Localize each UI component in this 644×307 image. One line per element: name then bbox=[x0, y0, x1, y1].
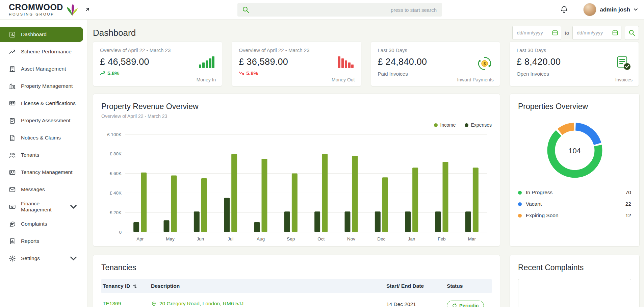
sidebar-item-tenants[interactable]: Tenants bbox=[0, 148, 83, 162]
stat-label: Inward Payments bbox=[457, 77, 494, 82]
svg-text:Jul: Jul bbox=[228, 236, 233, 241]
properties-legend: In Progress 70 Vacant 22 Expiring Soon 1… bbox=[518, 187, 631, 221]
svg-text:Aug: Aug bbox=[257, 236, 265, 241]
legend-item-income: Income bbox=[434, 122, 456, 128]
main-content: Dashboard to Overview of April 22 - bbox=[87, 20, 644, 307]
sidebar-item-complaints[interactable]: Complaints bbox=[0, 216, 83, 231]
chevron-down-icon bbox=[70, 255, 77, 262]
sidebar-item-property-management[interactable]: Property Management bbox=[0, 79, 83, 94]
stat-label: Money In bbox=[197, 77, 216, 82]
range-search-button[interactable] bbox=[625, 26, 639, 40]
svg-text:Apr: Apr bbox=[136, 236, 144, 241]
notifications-bell-icon[interactable] bbox=[560, 5, 568, 14]
calendar-icon[interactable] bbox=[612, 29, 618, 37]
status-badge: Periodic bbox=[447, 301, 484, 307]
stat-value: £ 24,840.00 bbox=[378, 57, 493, 67]
stat-change-value: 5.8% bbox=[107, 70, 119, 76]
column-header-description: Description bbox=[151, 283, 386, 289]
search-input[interactable] bbox=[237, 3, 442, 17]
global-search bbox=[237, 3, 442, 17]
trend-down-icon bbox=[239, 71, 244, 75]
sidebar-item-notices-claims[interactable]: Notices & Claims bbox=[0, 130, 83, 145]
svg-text:$: $ bbox=[483, 61, 486, 66]
svg-text:0: 0 bbox=[119, 230, 122, 235]
brand-logo: CROMWOOD HOUSING GROUP bbox=[0, 3, 87, 17]
sidebar-item-messages[interactable]: Messages bbox=[0, 182, 83, 197]
tenancies-table-header: Tenancy ID Description Start/ End Date S… bbox=[101, 279, 492, 293]
legend-value: 12 bbox=[625, 212, 631, 219]
stat-card-paid-invoices: Last 30 Days £ 24,840.00 Paid Invoices $… bbox=[371, 41, 500, 86]
chart-subtitle: Overview of April 22 - March 23 bbox=[101, 113, 492, 119]
gear-icon bbox=[9, 255, 16, 262]
svg-text:£ 40K: £ 40K bbox=[110, 190, 122, 196]
periodic-icon bbox=[452, 303, 457, 307]
sort-icon[interactable] bbox=[133, 284, 137, 288]
sidebar-item-label: Messages bbox=[21, 186, 45, 193]
expenses-dot bbox=[465, 123, 468, 127]
tenancy-id-link[interactable]: TE1369 bbox=[101, 301, 151, 307]
stat-title: Overview of April 22 - March 23 bbox=[100, 47, 215, 53]
user-menu[interactable]: admin josh bbox=[583, 3, 638, 16]
stat-subtitle: Paid Invoices bbox=[378, 71, 493, 77]
document-icon bbox=[9, 134, 16, 142]
property-icon bbox=[9, 83, 16, 90]
sidebar-item-label: Complaints bbox=[21, 221, 47, 227]
date-from-field bbox=[512, 26, 561, 40]
legend-label: Income bbox=[440, 122, 456, 128]
complaints-empty-panel bbox=[518, 279, 631, 307]
chevron-down-icon bbox=[634, 8, 638, 11]
stat-value: £ 36,589.00 bbox=[239, 57, 354, 67]
legend-row-in-progress: In Progress 70 bbox=[518, 187, 631, 198]
column-header-start-end-date: Start/ End Date bbox=[386, 283, 447, 289]
date-range-filter: to bbox=[512, 26, 639, 40]
svg-text:Sep: Sep bbox=[287, 236, 295, 241]
svg-text:Nov: Nov bbox=[347, 236, 355, 241]
stat-card-open-invoices: Last 30 Days £ 8,420.00 Open Invoices In… bbox=[510, 41, 639, 86]
start-date: 14 Dec 2021 bbox=[386, 301, 447, 307]
sidebar-item-settings[interactable]: Settings bbox=[0, 251, 83, 266]
svg-text:Jan: Jan bbox=[408, 236, 415, 241]
sidebar-item-finance-management[interactable]: Finance Management bbox=[0, 199, 83, 214]
recent-complaints-panel: Recent Complaints bbox=[510, 255, 640, 307]
certificate-icon bbox=[9, 100, 16, 107]
svg-text:May: May bbox=[166, 236, 175, 241]
tenancies-panel: Tenancies Tenancy ID Description Start/ … bbox=[93, 255, 500, 307]
user-name: admin josh bbox=[600, 6, 630, 13]
properties-overview-title: Properties Overview bbox=[518, 102, 631, 111]
sidebar-item-label: License & Certifications bbox=[21, 100, 76, 106]
tenancy-address-link[interactable]: 20 Gregory Road, London, RM6 5JJ bbox=[151, 301, 386, 307]
sidebar-item-label: Dashboard bbox=[21, 31, 47, 37]
legend-label: Expiring Soon bbox=[526, 212, 559, 219]
sidebar-item-tenancy-management[interactable]: Tenancy Management bbox=[0, 165, 83, 180]
invoices-icon bbox=[616, 56, 631, 72]
stat-subtitle: Open Invoices bbox=[517, 71, 632, 77]
sidebar-item-label: Finance Management bbox=[21, 201, 65, 213]
brand-name: CROMWOOD bbox=[9, 3, 63, 11]
expiring-soon-dot bbox=[518, 214, 522, 218]
avatar[interactable] bbox=[583, 3, 596, 16]
trend-up-icon bbox=[100, 71, 105, 75]
stat-title: Last 30 Days bbox=[517, 47, 632, 53]
tenancy-dates: 14 Dec 2021 N/A bbox=[386, 301, 447, 307]
svg-text:£ 80K: £ 80K bbox=[110, 151, 122, 156]
sidebar-item-label: Reports bbox=[21, 238, 39, 244]
column-header-tenancy-id[interactable]: Tenancy ID bbox=[101, 283, 151, 289]
legend-row-expiring-soon: Expiring Soon 12 bbox=[518, 210, 631, 221]
sidebar-item-label: Property Management bbox=[21, 83, 73, 89]
banknote-icon bbox=[9, 203, 16, 210]
legend-label: Expenses bbox=[471, 122, 492, 128]
top-bar: CROMWOOD HOUSING GROUP admin josh bbox=[0, 0, 644, 20]
in-progress-dot bbox=[518, 191, 522, 195]
calendar-icon[interactable] bbox=[552, 29, 558, 37]
sidebar-item-dashboard[interactable]: Dashboard bbox=[0, 27, 83, 42]
sidebar-collapse-toggle[interactable] bbox=[83, 5, 91, 14]
sidebar-item-asset-management[interactable]: Asset Management bbox=[0, 61, 83, 76]
svg-text:Jun: Jun bbox=[197, 236, 204, 241]
sidebar-item-property-assessment[interactable]: Property Assessment bbox=[0, 113, 83, 128]
legend-value: 70 bbox=[625, 189, 631, 196]
sidebar-item-scheme-performance[interactable]: Scheme Performance bbox=[0, 44, 83, 59]
sidebar-item-reports[interactable]: Reports bbox=[0, 234, 83, 249]
sidebar-item-license-certifications[interactable]: License & Certifications bbox=[0, 96, 83, 111]
trend-chart-icon bbox=[9, 48, 16, 55]
stat-value: £ 8,420.00 bbox=[517, 57, 632, 67]
